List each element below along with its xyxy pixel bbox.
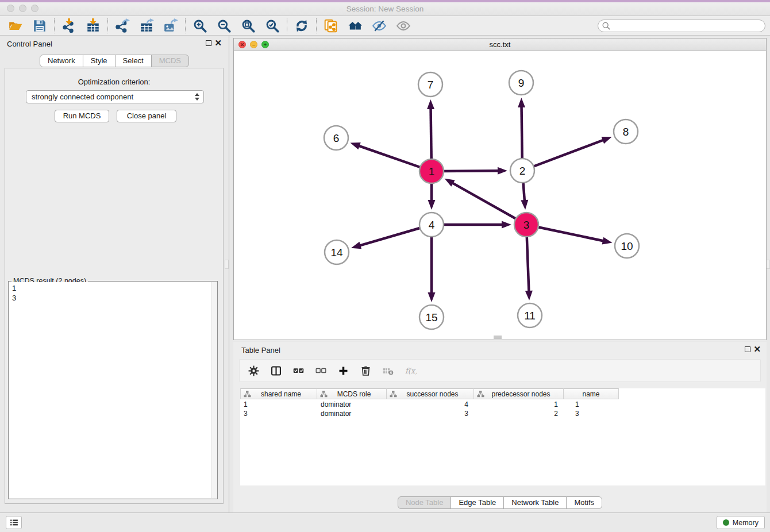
- control-panel-float-icon[interactable]: [206, 40, 211, 46]
- export-network-button[interactable]: [110, 17, 134, 34]
- table-panel-title: Table Panel: [241, 346, 280, 354]
- delete-row-icon: [360, 365, 372, 377]
- right-splitter-grip[interactable]: [766, 260, 770, 269]
- graph-node-label-9: 9: [518, 77, 525, 89]
- graph-node-6[interactable]: 6: [324, 126, 348, 150]
- network-window-title: scc.txt: [234, 38, 766, 51]
- graph-node-4[interactable]: 4: [419, 213, 444, 237]
- cell-shared-name[interactable]: 1: [240, 399, 317, 409]
- zoom-in-button[interactable]: [188, 17, 212, 34]
- cell-successor-nodes[interactable]: 4: [387, 399, 474, 409]
- table-panel-close-icon[interactable]: ✕: [753, 344, 761, 355]
- cell-mcds-role[interactable]: dominator: [317, 399, 387, 409]
- save-session-button[interactable]: [28, 17, 52, 34]
- graph-node-1[interactable]: 1: [419, 159, 444, 183]
- column-header-mcds-role[interactable]: MCDS role: [317, 388, 387, 399]
- left-splitter-grip[interactable]: [225, 260, 229, 269]
- org-chart-icon: [390, 391, 397, 398]
- graph-node-14[interactable]: 14: [325, 240, 349, 264]
- graph-edge-arrowhead-1-2: [498, 167, 507, 175]
- graph-node-2[interactable]: 2: [510, 159, 534, 183]
- select-all-button[interactable]: [291, 364, 305, 377]
- search-input[interactable]: [598, 20, 765, 32]
- column-header-name[interactable]: name: [564, 388, 619, 399]
- graph-node-8[interactable]: 8: [614, 119, 638, 144]
- criterion-select-value: strongly connected component: [32, 92, 133, 101]
- table-row: 3dominator323: [240, 409, 765, 419]
- refresh-button[interactable]: [290, 17, 314, 34]
- delete-row-button[interactable]: [359, 364, 372, 377]
- graph-node-9[interactable]: 9: [509, 71, 533, 95]
- new-network-from-selection-button[interactable]: [319, 17, 343, 34]
- tab-select[interactable]: Select: [115, 55, 152, 67]
- cell-predecessor-nodes[interactable]: 2: [474, 409, 564, 419]
- tab-style[interactable]: Style: [83, 55, 116, 67]
- graph-node-11[interactable]: 11: [518, 303, 542, 327]
- mcds-result-textarea[interactable]: 13: [9, 282, 217, 498]
- criterion-select[interactable]: strongly connected component: [26, 90, 204, 103]
- deselect-all-button[interactable]: [314, 364, 328, 377]
- import-table-button[interactable]: [81, 17, 105, 34]
- cell-name[interactable]: 1: [564, 399, 619, 409]
- graph-node-label-6: 6: [333, 132, 340, 144]
- graph-node-3[interactable]: 3: [514, 213, 538, 237]
- zoom-out-icon: [217, 18, 232, 33]
- graph-node-label-15: 15: [425, 311, 437, 323]
- graph-node-15[interactable]: 15: [419, 305, 444, 329]
- list-icon: [9, 518, 19, 527]
- memory-button[interactable]: Memory: [717, 516, 765, 529]
- column-header-predecessor-nodes[interactable]: predecessor nodes: [474, 388, 564, 399]
- node-table-body: 1dominator4113dominator323: [240, 399, 765, 418]
- cell-successor-nodes[interactable]: 3: [387, 409, 474, 419]
- toolbar-divider: [316, 18, 317, 33]
- canvas-resize-grip[interactable]: [494, 336, 502, 339]
- control-panel-close-icon[interactable]: ✕: [214, 37, 222, 49]
- zoom-fit-button[interactable]: [236, 17, 260, 34]
- graph-edge-3-1[interactable]: [452, 183, 526, 225]
- cell-mcds-role[interactable]: dominator: [317, 409, 387, 419]
- zoom-selected-button[interactable]: [260, 17, 284, 34]
- node-table: shared name MCDS role successor nodes pr…: [240, 388, 765, 485]
- mcds-result-line: 3: [12, 293, 214, 303]
- hide-selected-icon: [372, 18, 387, 33]
- tab-network[interactable]: Network: [40, 55, 83, 67]
- run-mcds-button[interactable]: Run MCDS: [55, 110, 109, 122]
- graph-node-label-3: 3: [523, 219, 530, 231]
- import-network-icon: [61, 18, 76, 33]
- export-table-icon: [139, 18, 154, 33]
- tab-motifs[interactable]: Motifs: [566, 496, 602, 509]
- network-canvas[interactable]: 7968124314101511: [234, 51, 766, 340]
- cell-shared-name[interactable]: 3: [240, 409, 317, 419]
- tab-node-table[interactable]: Node Table: [398, 496, 452, 509]
- show-columns-button[interactable]: [269, 364, 283, 377]
- table-panel-float-icon[interactable]: [745, 346, 750, 352]
- tab-edge-table[interactable]: Edge Table: [451, 496, 504, 509]
- mcds-result-fieldset: MCDS result (2 nodes) 13: [8, 281, 218, 499]
- cell-predecessor-nodes[interactable]: 1: [474, 399, 564, 409]
- cell-name[interactable]: 3: [564, 409, 619, 419]
- graph-edge-2-8[interactable]: [522, 140, 604, 171]
- hide-selected-button[interactable]: [367, 17, 391, 34]
- show-all-button[interactable]: [391, 17, 415, 34]
- zoom-out-button[interactable]: [212, 17, 236, 34]
- graph-edge-arrowhead-1-7: [427, 99, 434, 109]
- export-table-button[interactable]: [134, 17, 159, 34]
- open-file-button[interactable]: [3, 17, 28, 34]
- export-image-button[interactable]: [159, 17, 183, 34]
- mcds-result-scrollbar[interactable]: [211, 282, 217, 498]
- close-panel-button[interactable]: Close panel: [117, 110, 176, 122]
- import-network-button[interactable]: [57, 17, 81, 34]
- task-history-button[interactable]: [6, 516, 22, 529]
- column-header-successor-nodes[interactable]: successor nodes: [387, 388, 474, 399]
- open-file-icon: [8, 18, 23, 33]
- org-chart-icon: [244, 391, 251, 398]
- add-row-button[interactable]: [336, 364, 350, 377]
- tab-mcds[interactable]: MCDS: [151, 55, 189, 67]
- graph-node-7[interactable]: 7: [418, 72, 442, 97]
- home-button[interactable]: [343, 17, 367, 34]
- table-options-button[interactable]: [247, 364, 260, 377]
- toolbar-divider: [107, 18, 108, 33]
- graph-node-10[interactable]: 10: [615, 234, 639, 258]
- column-header-shared-name[interactable]: shared name: [240, 388, 317, 399]
- tab-network-table[interactable]: Network Table: [503, 496, 567, 509]
